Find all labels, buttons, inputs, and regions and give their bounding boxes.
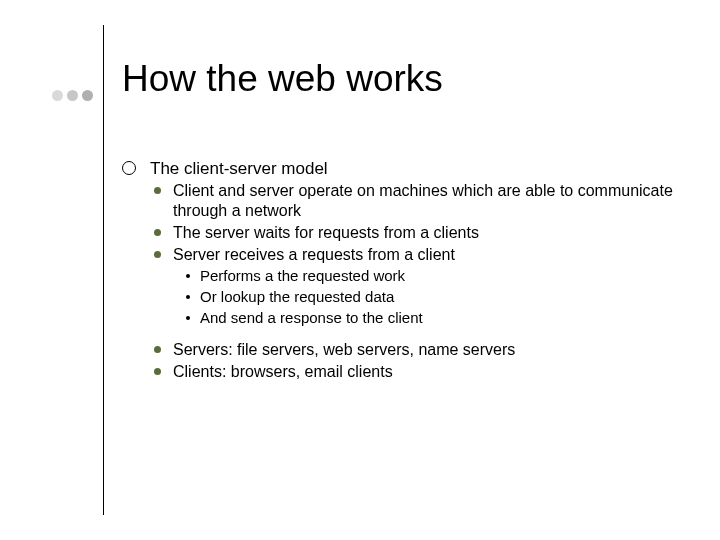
list-item-text: Clients: browsers, email clients	[173, 362, 393, 382]
list-item-text: Or lookup the requested data	[200, 288, 394, 307]
list-item: Clients: browsers, email clients	[122, 362, 680, 382]
decorative-dots	[52, 90, 93, 101]
dot-icon	[67, 90, 78, 101]
disc-icon	[154, 187, 161, 194]
hollow-circle-icon	[122, 161, 136, 175]
list-item: The client-server model	[122, 158, 680, 179]
disc-icon	[154, 251, 161, 258]
list-item-text: Server receives a requests from a client	[173, 245, 455, 265]
disc-icon	[154, 368, 161, 375]
dot-icon	[186, 316, 190, 320]
list-item: Server receives a requests from a client	[122, 245, 680, 265]
slide: How the web works The client-server mode…	[0, 0, 720, 540]
disc-icon	[154, 346, 161, 353]
list-item-text: The client-server model	[150, 158, 328, 179]
list-item-text: The server waits for requests from a cli…	[173, 223, 479, 243]
slide-body: The client-server model Client and serve…	[122, 158, 680, 382]
list-item: Performs a the requested work	[122, 267, 680, 286]
list-item: Client and server operate on machines wh…	[122, 181, 680, 221]
dot-icon	[186, 295, 190, 299]
list-item-text: And send a response to the client	[200, 309, 423, 328]
list-item-text: Client and server operate on machines wh…	[173, 181, 680, 221]
disc-icon	[154, 229, 161, 236]
dot-icon	[82, 90, 93, 101]
list-item: And send a response to the client	[122, 309, 680, 328]
slide-title: How the web works	[122, 58, 443, 100]
list-item: Or lookup the requested data	[122, 288, 680, 307]
dot-icon	[52, 90, 63, 101]
vertical-rule	[103, 25, 104, 515]
list-item-text: Performs a the requested work	[200, 267, 405, 286]
list-item: Servers: file servers, web servers, name…	[122, 340, 680, 360]
list-item-text: Servers: file servers, web servers, name…	[173, 340, 515, 360]
list-item: The server waits for requests from a cli…	[122, 223, 680, 243]
dot-icon	[186, 274, 190, 278]
